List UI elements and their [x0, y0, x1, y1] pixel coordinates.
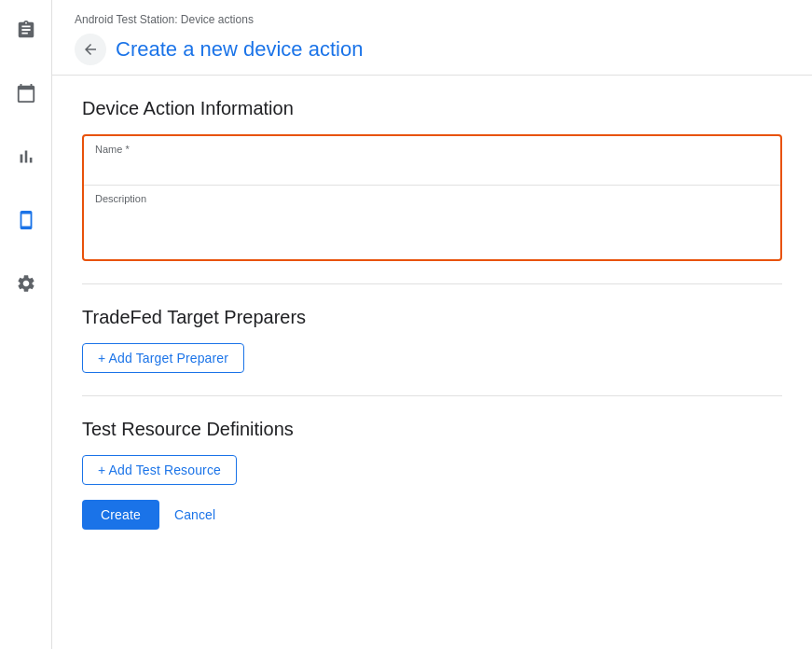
- tradefed-section: TradeFed Target Preparers + Add Target P…: [82, 307, 782, 373]
- page-title: Create a new device action: [116, 37, 363, 62]
- add-test-resource-button[interactable]: + Add Test Resource: [82, 455, 237, 485]
- header: Android Test Station: Device actions Cre…: [52, 0, 812, 76]
- breadcrumb: Android Test Station: Device actions: [75, 13, 790, 26]
- name-input[interactable]: [95, 157, 769, 181]
- name-label: Name *: [95, 144, 769, 155]
- gear-icon[interactable]: [7, 265, 45, 302]
- test-resource-section: Test Resource Definitions + Add Test Res…: [82, 419, 782, 485]
- bar-chart-icon[interactable]: [7, 138, 45, 175]
- test-resource-section-title: Test Resource Definitions: [82, 419, 782, 440]
- name-field-container: Name *: [84, 136, 780, 185]
- description-label: Description: [95, 193, 769, 204]
- divider-2: [82, 395, 782, 396]
- back-button[interactable]: [75, 34, 106, 65]
- calendar-icon[interactable]: [7, 75, 45, 112]
- clipboard-icon[interactable]: [7, 11, 45, 48]
- device-action-section: Device Action Information Name * Descrip…: [82, 98, 782, 261]
- add-target-preparer-button[interactable]: + Add Target Preparer: [82, 343, 244, 373]
- tradefed-section-title: TradeFed Target Preparers: [82, 307, 782, 328]
- divider-1: [82, 283, 782, 284]
- description-field-container: Description: [84, 185, 780, 259]
- device-action-form-card: Name * Description: [82, 134, 782, 261]
- action-row: Create Cancel: [82, 500, 782, 530]
- description-input[interactable]: [95, 206, 769, 253]
- device-action-section-title: Device Action Information: [82, 98, 782, 119]
- main-content: Android Test Station: Device actions Cre…: [52, 0, 812, 649]
- sidebar: [0, 0, 52, 649]
- create-button[interactable]: Create: [82, 500, 159, 530]
- phone-icon[interactable]: [7, 201, 45, 239]
- cancel-button[interactable]: Cancel: [163, 500, 227, 530]
